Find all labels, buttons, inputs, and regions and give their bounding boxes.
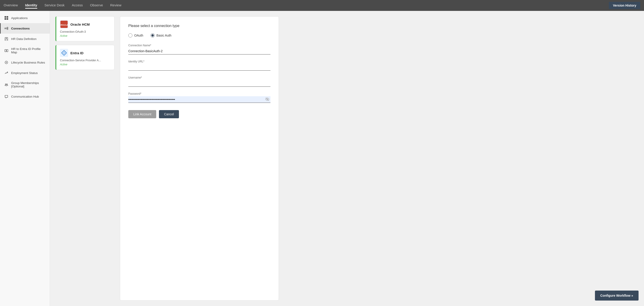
sidebar-item-label: Lifecycle Business Rules [11,61,45,64]
entra-card-status: Active [60,63,110,66]
sidebar-item-hr-data[interactable]: HR Data Definition [0,34,50,44]
identity-url-input[interactable] [128,64,270,70]
nav-access[interactable]: Access [72,2,83,9]
card-header: Entra ID [60,49,110,57]
svg-rect-2 [4,18,6,20]
sidebar-item-label: Communication Hub [11,95,39,98]
nav-identity[interactable]: Identity [25,2,37,9]
group-icon [4,83,8,87]
sidebar-item-groups[interactable]: Group Memberships [Optional] [0,78,50,91]
username-field: Username* [128,76,270,87]
employment-icon [4,71,8,75]
entra-card-connection: Connection-Service Provider A... [60,59,110,62]
entra-logo [60,49,68,57]
nav-overview[interactable]: Overview [4,2,18,9]
basicauth-radio[interactable] [150,33,155,38]
sidebar-item-label: Employment Status [11,71,38,75]
sidebar-item-profile-map[interactable]: HR to Entra ID Profile Map [0,44,50,57]
cards-column: ORACLE Oracle HCM Connection-OAuth-3 Act… [56,16,114,300]
username-label: Username* [128,76,270,79]
oracle-card-connection: Connection-OAuth-3 [60,30,110,33]
sidebar-item-employment[interactable]: Employment Status [0,68,50,78]
connection-name-field: Connection Name* [128,44,270,54]
svg-point-6 [7,28,8,30]
oracle-hcm-card[interactable]: ORACLE Oracle HCM Connection-OAuth-3 Act… [56,16,114,41]
svg-rect-3 [6,18,8,20]
link-account-button[interactable]: Link Account [128,110,156,118]
svg-point-4 [5,28,6,29]
oracle-card-title: Oracle HCM [70,22,90,26]
oauth-radio-option[interactable]: OAuth [128,33,143,38]
svg-rect-12 [6,50,8,52]
nav-items: Overview Identity Service Desk Access Ob… [4,2,609,9]
password-input[interactable] [128,96,270,103]
grid-icon [4,16,8,20]
sidebar-item-lifecycle[interactable]: Lifecycle Business Rules [0,57,50,68]
svg-point-5 [7,27,8,28]
sidebar-item-connections[interactable]: Connections [0,23,50,34]
nav-service-desk[interactable]: Service Desk [44,2,64,9]
sidebar: Applications Connections [0,11,50,306]
form-title: Please select a connection type [128,24,270,28]
form-panel: Please select a connection type OAuth Ba… [120,16,279,300]
password-label: Password* [128,92,270,95]
eye-icon[interactable] [265,97,270,102]
identity-url-label: Identity URL* [128,60,270,63]
password-wrapper [128,96,270,103]
basicauth-label: Basic Auth [156,34,172,37]
svg-point-15 [6,62,7,63]
radio-group: OAuth Basic Auth [128,33,270,38]
sidebar-item-label: HR to Entra ID Profile Map [11,47,46,54]
connection-name-input[interactable] [128,48,270,54]
sidebar-item-label: Group Memberships [Optional] [11,81,46,88]
card-header: ORACLE Oracle HCM [60,20,110,28]
configure-workflow-button[interactable]: Configure Workflow » [595,290,638,300]
sidebar-item-label: HR Data Definition [11,37,36,41]
oauth-radio[interactable] [128,33,132,38]
main-layout: Applications Connections [0,11,644,306]
nav-review[interactable]: Review [110,2,121,9]
sidebar-item-comm-hub[interactable]: Communication Hub [0,91,50,102]
button-row: Link Account Cancel [128,110,270,118]
connection-name-label: Connection Name* [128,44,270,47]
svg-text:ORACLE: ORACLE [60,24,68,26]
content-area: ORACLE Oracle HCM Connection-OAuth-3 Act… [50,11,644,306]
connections-icon [4,26,8,30]
svg-line-7 [6,28,7,28]
svg-rect-1 [6,16,8,18]
password-field: Password* [128,92,270,103]
cancel-button[interactable]: Cancel [159,110,179,118]
top-nav: Overview Identity Service Desk Access Ob… [0,0,644,11]
sidebar-item-applications[interactable]: Applications [0,13,50,23]
oracle-card-status: Active [60,34,110,38]
identity-url-field: Identity URL* [128,60,270,70]
lifecycle-icon [4,60,8,64]
svg-point-16 [7,72,8,72]
profile-map-icon [4,48,8,53]
svg-point-10 [6,38,7,39]
svg-rect-0 [4,16,6,18]
entra-card-title: Entra ID [70,51,84,55]
basicauth-radio-option[interactable]: Basic Auth [150,33,172,38]
version-history-button[interactable]: Version History [609,2,640,9]
username-input[interactable] [128,80,270,87]
sidebar-item-label: Connections [11,27,30,30]
oauth-label: OAuth [134,34,143,37]
comm-icon [4,94,8,98]
svg-rect-11 [5,50,6,52]
hr-data-icon [4,37,8,41]
entra-id-card[interactable]: Entra ID Connection-Service Provider A..… [56,45,114,70]
nav-observe[interactable]: Observe [90,2,103,9]
sidebar-item-label: Applications [11,16,28,20]
oracle-logo: ORACLE [60,20,68,28]
svg-line-8 [6,28,7,29]
